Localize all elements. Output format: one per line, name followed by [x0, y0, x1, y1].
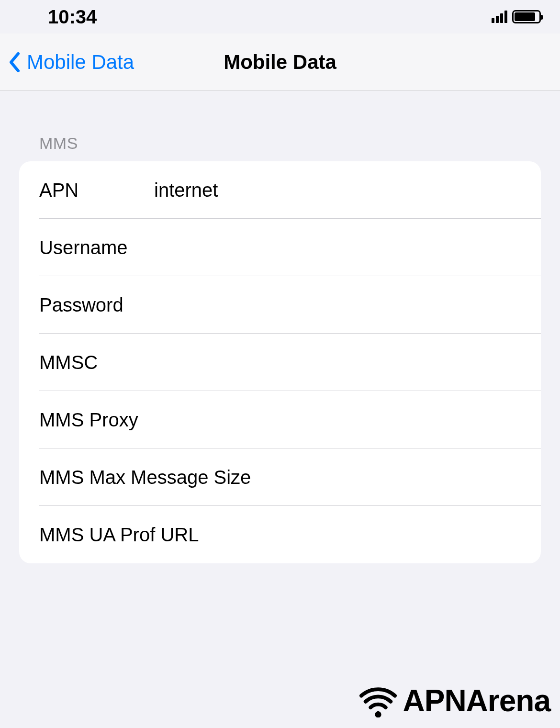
- page-title: Mobile Data: [224, 51, 336, 74]
- row-password[interactable]: Password: [19, 276, 541, 334]
- row-apn[interactable]: APN: [19, 161, 541, 219]
- input-mmsc[interactable]: [154, 352, 541, 373]
- input-apn[interactable]: [154, 179, 541, 201]
- label-mmsc: MMSC: [39, 352, 154, 373]
- brand-footer: APNArena: [357, 683, 550, 718]
- label-mms-ua-prof: MMS UA Prof URL: [39, 524, 299, 546]
- status-bar: 10:34: [0, 0, 560, 34]
- row-username[interactable]: Username: [19, 219, 541, 276]
- brand-name: APNArena: [403, 683, 550, 718]
- label-mms-max-size: MMS Max Message Size: [39, 467, 299, 488]
- row-mmsc[interactable]: MMSC: [19, 334, 541, 391]
- mms-settings-group: APN Username Password MMSC MMS Proxy MMS…: [19, 161, 541, 563]
- input-mms-proxy[interactable]: [299, 409, 541, 431]
- row-mms-proxy[interactable]: MMS Proxy: [19, 391, 541, 448]
- row-mms-ua-prof[interactable]: MMS UA Prof URL: [19, 506, 541, 563]
- input-mms-max-size[interactable]: [299, 467, 541, 488]
- wifi-icon: [357, 684, 400, 717]
- label-username: Username: [39, 237, 154, 258]
- row-mms-max-size[interactable]: MMS Max Message Size: [19, 448, 541, 506]
- status-indicators: [492, 10, 541, 23]
- chevron-left-icon: [9, 52, 20, 72]
- back-button[interactable]: Mobile Data: [0, 51, 134, 74]
- label-mms-proxy: MMS Proxy: [39, 409, 299, 431]
- battery-icon: [512, 10, 541, 23]
- navigation-bar: Mobile Data Mobile Data: [0, 34, 560, 91]
- status-time: 10:34: [48, 6, 97, 28]
- input-username[interactable]: [154, 237, 541, 258]
- label-password: Password: [39, 294, 154, 316]
- cellular-signal-icon: [492, 11, 507, 23]
- svg-point-1: [376, 711, 381, 716]
- section-header-mms: MMS: [0, 91, 560, 161]
- label-apn: APN: [39, 179, 154, 201]
- input-mms-ua-prof[interactable]: [299, 524, 541, 546]
- back-label: Mobile Data: [27, 51, 134, 74]
- input-password[interactable]: [154, 294, 541, 316]
